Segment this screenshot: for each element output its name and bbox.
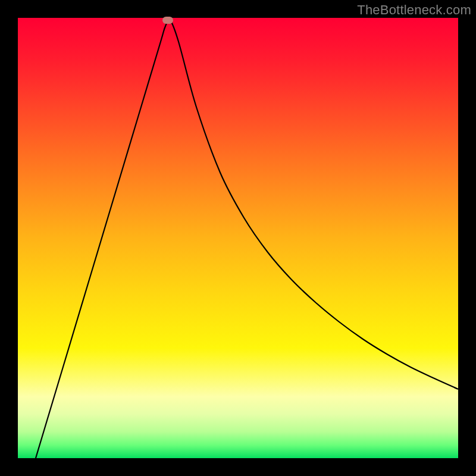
minimum-marker bbox=[162, 17, 173, 24]
bottleneck-curve bbox=[18, 18, 458, 458]
watermark-text: TheBottleneck.com bbox=[357, 2, 471, 18]
chart-frame: TheBottleneck.com bbox=[0, 0, 476, 476]
plot-area bbox=[18, 18, 458, 458]
